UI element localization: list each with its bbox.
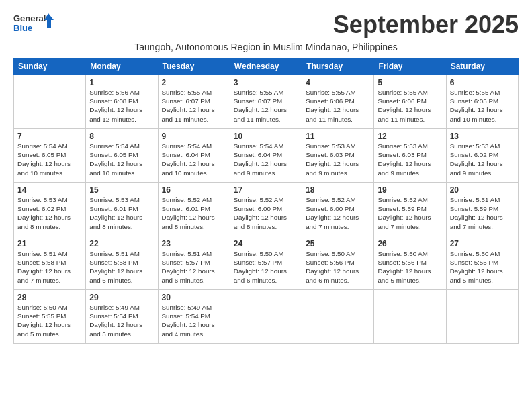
day-number: 30 (162, 293, 226, 302)
day-number: 1 (89, 78, 154, 87)
day-number: 7 (17, 132, 82, 141)
day-info: Sunrise: 5:51 AM Sunset: 5:59 PM Dayligh… (450, 195, 515, 231)
calendar-cell: 20Sunrise: 5:51 AM Sunset: 5:59 PM Dayli… (446, 183, 518, 236)
calendar-cell: 16Sunrise: 5:52 AM Sunset: 6:01 PM Dayli… (158, 183, 230, 236)
day-number: 8 (89, 132, 154, 141)
day-header-wednesday: Wednesday (230, 58, 302, 75)
calendar-cell: 25Sunrise: 5:50 AM Sunset: 5:56 PM Dayli… (302, 236, 374, 290)
calendar-cell: 11Sunrise: 5:53 AM Sunset: 6:03 PM Dayli… (302, 129, 374, 183)
calendar-cell: 15Sunrise: 5:53 AM Sunset: 6:01 PM Dayli… (86, 183, 158, 236)
day-number: 19 (378, 185, 442, 195)
day-info: Sunrise: 5:55 AM Sunset: 6:07 PM Dayligh… (234, 88, 298, 124)
day-info: Sunrise: 5:53 AM Sunset: 6:02 PM Dayligh… (450, 142, 515, 177)
page: General Blue September 2025 Taungoh, Aut… (0, 0, 532, 351)
day-info: Sunrise: 5:52 AM Sunset: 6:00 PM Dayligh… (306, 195, 370, 231)
calendar-cell: 27Sunrise: 5:50 AM Sunset: 5:55 PM Dayli… (446, 236, 518, 290)
day-info: Sunrise: 5:50 AM Sunset: 5:56 PM Dayligh… (378, 249, 442, 285)
day-info: Sunrise: 5:51 AM Sunset: 5:57 PM Dayligh… (162, 249, 226, 285)
calendar-cell: 6Sunrise: 5:55 AM Sunset: 6:05 PM Daylig… (446, 75, 518, 129)
calendar-cell (230, 290, 302, 344)
day-number: 15 (89, 185, 154, 195)
calendar-cell: 24Sunrise: 5:50 AM Sunset: 5:57 PM Dayli… (230, 236, 302, 290)
day-number: 17 (234, 185, 298, 195)
calendar-cell: 17Sunrise: 5:52 AM Sunset: 6:00 PM Dayli… (230, 183, 302, 236)
week-row-1: 1Sunrise: 5:56 AM Sunset: 6:08 PM Daylig… (14, 75, 519, 129)
day-info: Sunrise: 5:50 AM Sunset: 5:55 PM Dayligh… (17, 303, 82, 338)
days-header-row: SundayMondayTuesdayWednesdayThursdayFrid… (14, 58, 519, 75)
day-number: 22 (89, 239, 154, 248)
day-number: 24 (234, 239, 298, 248)
day-info: Sunrise: 5:55 AM Sunset: 6:05 PM Dayligh… (450, 88, 515, 124)
day-header-saturday: Saturday (446, 58, 518, 75)
calendar-cell (14, 75, 86, 129)
calendar-cell: 7Sunrise: 5:54 AM Sunset: 6:05 PM Daylig… (14, 129, 86, 183)
day-number: 5 (378, 78, 442, 87)
calendar-cell (374, 290, 446, 344)
svg-text:Blue: Blue (13, 23, 32, 33)
day-number: 27 (450, 239, 515, 248)
day-number: 28 (17, 293, 82, 302)
calendar-cell: 23Sunrise: 5:51 AM Sunset: 5:57 PM Dayli… (158, 236, 230, 290)
day-info: Sunrise: 5:56 AM Sunset: 6:08 PM Dayligh… (89, 88, 154, 124)
calendar-cell: 21Sunrise: 5:51 AM Sunset: 5:58 PM Dayli… (14, 236, 86, 290)
week-row-5: 28Sunrise: 5:50 AM Sunset: 5:55 PM Dayli… (14, 290, 519, 344)
svg-text:General: General (13, 13, 46, 24)
calendar-cell (302, 290, 374, 344)
day-number: 20 (450, 185, 515, 195)
day-info: Sunrise: 5:54 AM Sunset: 6:04 PM Dayligh… (162, 142, 226, 177)
calendar-cell: 29Sunrise: 5:49 AM Sunset: 5:54 PM Dayli… (86, 290, 158, 344)
day-number: 14 (17, 185, 82, 195)
day-info: Sunrise: 5:55 AM Sunset: 6:06 PM Dayligh… (378, 88, 442, 124)
day-info: Sunrise: 5:53 AM Sunset: 6:03 PM Dayligh… (306, 142, 370, 177)
day-info: Sunrise: 5:54 AM Sunset: 6:04 PM Dayligh… (234, 142, 298, 177)
day-number: 18 (306, 185, 370, 195)
day-number: 9 (162, 132, 226, 141)
day-header-sunday: Sunday (14, 58, 86, 75)
day-number: 25 (306, 239, 370, 248)
day-number: 4 (306, 78, 370, 87)
calendar-cell: 8Sunrise: 5:54 AM Sunset: 6:05 PM Daylig… (86, 129, 158, 183)
logo: General Blue (13, 11, 54, 38)
week-row-3: 14Sunrise: 5:53 AM Sunset: 6:02 PM Dayli… (14, 183, 519, 236)
header: General Blue September 2025 (13, 11, 519, 39)
day-number: 21 (17, 239, 82, 248)
calendar-cell: 9Sunrise: 5:54 AM Sunset: 6:04 PM Daylig… (158, 129, 230, 183)
calendar-cell: 3Sunrise: 5:55 AM Sunset: 6:07 PM Daylig… (230, 75, 302, 129)
day-header-tuesday: Tuesday (158, 58, 230, 75)
day-header-thursday: Thursday (302, 58, 374, 75)
day-info: Sunrise: 5:51 AM Sunset: 5:58 PM Dayligh… (89, 249, 154, 285)
subtitle: Taungoh, Autonomous Region in Muslim Min… (13, 42, 519, 52)
day-number: 16 (162, 185, 226, 195)
calendar-cell: 30Sunrise: 5:49 AM Sunset: 5:54 PM Dayli… (158, 290, 230, 344)
day-info: Sunrise: 5:53 AM Sunset: 6:02 PM Dayligh… (17, 195, 82, 231)
calendar-cell: 26Sunrise: 5:50 AM Sunset: 5:56 PM Dayli… (374, 236, 446, 290)
day-number: 26 (378, 239, 442, 248)
calendar-cell: 19Sunrise: 5:52 AM Sunset: 5:59 PM Dayli… (374, 183, 446, 236)
day-number: 12 (378, 132, 442, 141)
day-number: 10 (234, 132, 298, 141)
day-info: Sunrise: 5:52 AM Sunset: 5:59 PM Dayligh… (378, 195, 442, 231)
day-number: 11 (306, 132, 370, 141)
day-info: Sunrise: 5:52 AM Sunset: 6:01 PM Dayligh… (162, 195, 226, 231)
day-number: 2 (162, 78, 226, 87)
calendar-cell: 28Sunrise: 5:50 AM Sunset: 5:55 PM Dayli… (14, 290, 86, 344)
calendar-cell: 18Sunrise: 5:52 AM Sunset: 6:00 PM Dayli… (302, 183, 374, 236)
day-info: Sunrise: 5:52 AM Sunset: 6:00 PM Dayligh… (234, 195, 298, 231)
calendar-cell: 10Sunrise: 5:54 AM Sunset: 6:04 PM Dayli… (230, 129, 302, 183)
day-info: Sunrise: 5:55 AM Sunset: 6:07 PM Dayligh… (162, 88, 226, 124)
calendar-cell: 1Sunrise: 5:56 AM Sunset: 6:08 PM Daylig… (86, 75, 158, 129)
day-info: Sunrise: 5:55 AM Sunset: 6:06 PM Dayligh… (306, 88, 370, 124)
calendar-cell: 2Sunrise: 5:55 AM Sunset: 6:07 PM Daylig… (158, 75, 230, 129)
calendar-cell: 13Sunrise: 5:53 AM Sunset: 6:02 PM Dayli… (446, 129, 518, 183)
day-info: Sunrise: 5:54 AM Sunset: 6:05 PM Dayligh… (17, 142, 82, 177)
day-header-friday: Friday (374, 58, 446, 75)
calendar-cell: 14Sunrise: 5:53 AM Sunset: 6:02 PM Dayli… (14, 183, 86, 236)
day-info: Sunrise: 5:51 AM Sunset: 5:58 PM Dayligh… (17, 249, 82, 285)
calendar-cell: 12Sunrise: 5:53 AM Sunset: 6:03 PM Dayli… (374, 129, 446, 183)
day-info: Sunrise: 5:50 AM Sunset: 5:55 PM Dayligh… (450, 249, 515, 285)
calendar-table: SundayMondayTuesdayWednesdayThursdayFrid… (13, 58, 519, 344)
day-info: Sunrise: 5:50 AM Sunset: 5:56 PM Dayligh… (306, 249, 370, 285)
week-row-4: 21Sunrise: 5:51 AM Sunset: 5:58 PM Dayli… (14, 236, 519, 290)
day-number: 3 (234, 78, 298, 87)
day-number: 29 (89, 293, 154, 302)
